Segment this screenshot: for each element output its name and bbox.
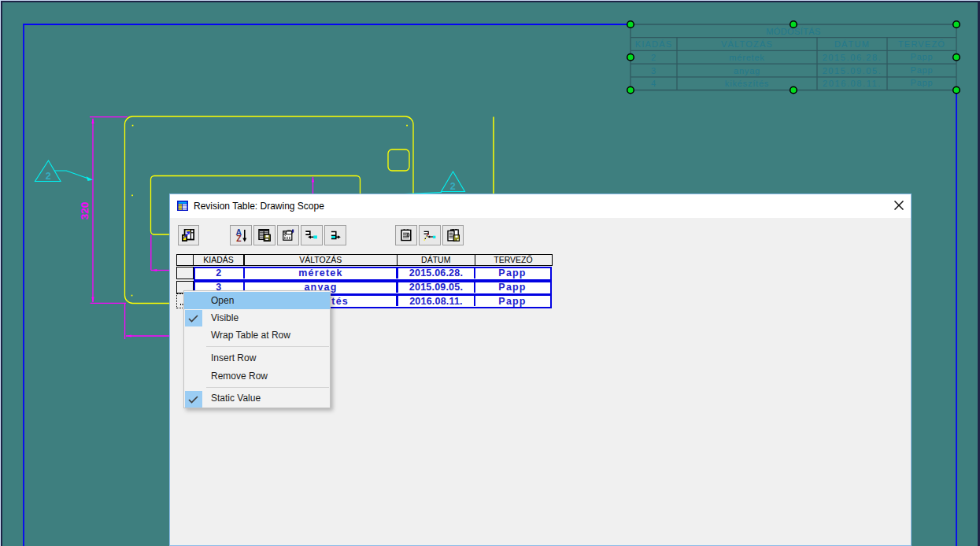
svg-text:Papp: Papp <box>911 52 934 61</box>
svg-text:DÁTUM: DÁTUM <box>834 39 870 49</box>
svg-text:4: 4 <box>651 79 656 88</box>
svg-text:TERVEZŐ: TERVEZŐ <box>898 39 945 49</box>
svg-text:2016.08.11.: 2016.08.11. <box>823 79 882 88</box>
svg-text:2: 2 <box>46 171 51 182</box>
svg-text:Papp: Papp <box>911 78 934 87</box>
svg-text:2015.09.05.: 2015.09.05. <box>823 66 882 76</box>
svg-text:3: 3 <box>651 66 656 76</box>
svg-text:320: 320 <box>79 202 91 220</box>
svg-text:KIADÁS: KIADÁS <box>635 39 673 49</box>
svg-text:kikészítés: kikészítés <box>725 79 769 88</box>
svg-text:2015.06.28.: 2015.06.28. <box>823 53 882 62</box>
svg-text:VÁLTOZÁS: VÁLTOZÁS <box>721 39 773 49</box>
svg-text:2: 2 <box>450 181 456 192</box>
svg-text:2: 2 <box>651 53 656 62</box>
svg-text:Z: Z <box>236 234 242 242</box>
svg-text:anyag: anyag <box>734 66 760 76</box>
svg-text:méretek: méretek <box>729 53 764 62</box>
svg-text:Papp: Papp <box>911 65 934 75</box>
